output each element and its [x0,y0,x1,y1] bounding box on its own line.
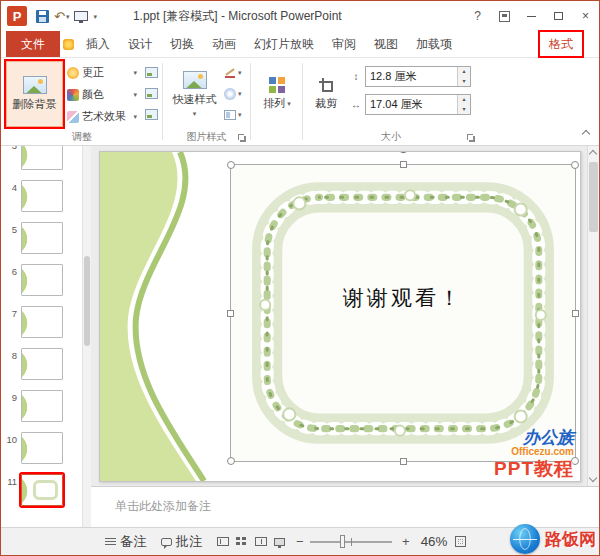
scroll-up-arrow-icon[interactable] [589,150,597,158]
tab-review[interactable]: 审阅 [323,31,365,57]
ppt-tutorial-tag: PPT教程 [494,459,574,479]
height-decrease-button[interactable]: ▾ [458,76,470,86]
notes-pane[interactable]: 单击此处添加备注 [91,486,599,527]
tab-format[interactable]: 格式 [539,31,583,57]
tab-file[interactable]: 文件 [6,31,60,57]
officezu-brand: 办公族 [494,429,574,447]
picture-border-button[interactable]: ▾ [224,63,248,82]
slide-10-thumbnail[interactable] [21,432,63,464]
slide-5-thumbnail[interactable] [21,222,63,254]
resize-handle-right[interactable] [572,310,579,317]
qat-customize-button[interactable]: ▾ [93,6,97,26]
corrections-button[interactable]: 更正 ▾ [65,62,139,83]
zoom-out-button[interactable]: − [292,534,307,549]
slide-number: 8 [5,348,17,390]
change-picture-button[interactable] [142,84,160,103]
powerpoint-window: P ↶▾ ▾ 1.ppt [兼容模式] - Microsoft PowerPoi… [0,0,600,556]
picture-styles-group-label: 图片样式 [164,130,249,144]
tab-slideshow[interactable]: 幻灯片放映 [245,31,323,57]
undo-icon: ↶ [54,10,65,23]
collapse-ribbon-button[interactable] [578,127,594,141]
width-increase-button[interactable]: ▴ [458,95,470,105]
thumbnail-scrollbar-thumb[interactable] [84,256,90,346]
width-decrease-button[interactable]: ▾ [458,104,470,114]
picture-border-icon [224,67,236,79]
slide-11-thumbnail[interactable] [21,474,63,506]
tab-design[interactable]: 设计 [119,31,161,57]
quick-styles-button[interactable]: 快速样式 ▾ [167,61,222,127]
zoom-slider[interactable] [310,528,392,555]
shape-width-input[interactable]: 17.04 厘米 ▴ ▾ [365,94,471,115]
remove-background-icon [23,76,47,94]
artistic-effects-button[interactable]: 艺术效果 ▾ [65,106,139,127]
reset-picture-icon [145,109,158,120]
zoom-slider-thumb[interactable] [340,535,345,548]
reading-view-button[interactable] [251,528,270,555]
normal-view-button[interactable] [213,528,232,555]
tab-addins[interactable]: 加载项 [407,31,461,57]
resize-handle-bottom-left[interactable] [227,457,235,465]
minimize-button[interactable] [518,1,545,31]
zoom-in-button[interactable]: + [398,534,413,549]
picture-layout-button[interactable]: ▾ [224,105,248,124]
vertical-scrollbar[interactable] [587,146,599,486]
slide-6-thumbnail[interactable] [21,264,63,296]
slide-7-thumbnail[interactable] [21,306,63,338]
sun-badge-icon [63,39,74,50]
shape-height-input[interactable]: 12.8 厘米 ▴ ▾ [365,66,471,87]
tab-insert[interactable]: 插入 [77,31,119,57]
notes-toggle-button[interactable]: 备注 [98,528,154,555]
thumbnail-scrollbar[interactable] [82,146,91,527]
scroll-down-arrow-icon[interactable] [589,474,597,482]
slide-4-thumbnail[interactable] [21,180,63,212]
slide-9-thumbnail[interactable] [21,390,63,422]
lufan-watermark: 路饭网 [510,524,596,554]
resize-handle-top-left[interactable] [227,161,235,169]
tab-view[interactable]: 视图 [365,31,407,57]
adjust-menu-column: 更正 ▾ 颜色 ▾ 艺术效果 ▾ [65,62,139,128]
ribbon-display-button[interactable] [491,1,518,31]
tab-animations[interactable]: 动画 [203,31,245,57]
minimize-icon [527,16,536,17]
change-picture-icon [145,88,158,99]
height-increase-button[interactable]: ▴ [458,67,470,77]
save-button[interactable] [36,6,49,26]
resize-handle-top[interactable] [400,161,407,168]
resize-handle-bottom[interactable] [400,458,407,465]
size-dialog-launcher[interactable] [467,134,476,143]
resize-handle-left[interactable] [227,310,234,317]
help-button[interactable]: ? [464,1,491,31]
fit-to-window-button[interactable] [455,536,466,547]
slide-sorter-button[interactable] [232,528,251,555]
scrollbar-thumb[interactable] [589,162,598,232]
slide[interactable]: 谢谢观看！ ↻ 办公族 Officezu.com PPT教程 [99,151,581,482]
start-slideshow-button[interactable] [74,6,88,26]
compress-picture-button[interactable] [142,63,160,82]
slide-number: 10 [5,432,17,474]
selected-picture[interactable]: 谢谢观看！ ↻ [230,164,576,462]
picture-styles-dialog-launcher[interactable] [238,134,247,143]
comments-toggle-button[interactable]: 批注 [154,528,210,555]
rotation-handle[interactable]: ↻ [397,151,409,156]
adjust-group: 删除背景 更正 ▾ 颜色 ▾ 艺术效果 ▾ [3,58,161,145]
crop-button[interactable]: 裁剪 [306,61,346,127]
zoom-percentage[interactable]: 46% [415,534,447,549]
undo-button[interactable]: ↶▾ [54,6,69,26]
arrange-button[interactable]: 排列▾ [255,61,299,127]
resize-handle-top-right[interactable] [571,161,579,169]
slide-3-thumbnail[interactable] [21,146,63,170]
close-button[interactable]: × [572,1,599,31]
reset-picture-button[interactable] [142,105,160,124]
picture-styles-group: 快速样式 ▾ ▾ ▾ ▾ 图片样式 [164,58,249,145]
slideshow-view-button[interactable] [270,528,289,555]
color-button[interactable]: 颜色 ▾ [65,84,139,105]
slide-8-thumbnail[interactable] [21,348,63,380]
maximize-button[interactable] [545,1,572,31]
slide-number: 7 [5,306,17,348]
thumbnail-item-selected: 11 [1,474,91,516]
picture-effects-button[interactable]: ▾ [224,84,248,103]
width-spinner: ▴ ▾ [457,95,470,114]
remove-background-button[interactable]: 删除背景 [6,61,63,127]
caret-down-icon: ▾ [133,91,137,98]
tab-transitions[interactable]: 切换 [161,31,203,57]
